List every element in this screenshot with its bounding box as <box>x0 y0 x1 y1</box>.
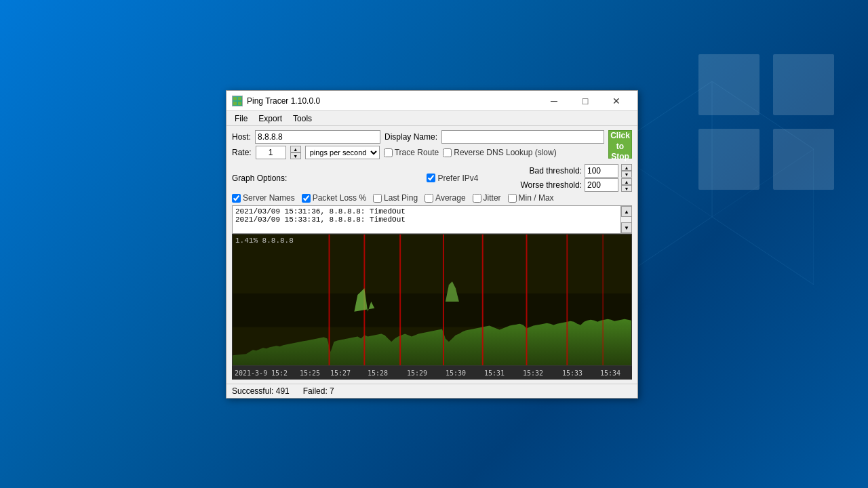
successful-value: 491 <box>276 386 290 396</box>
rate-label: Rate: <box>232 148 252 157</box>
graph-options-label: Graph Options: <box>232 174 287 183</box>
server-names-label[interactable]: Server Names <box>232 193 295 203</box>
log-scrollbar[interactable]: ▲ ▼ <box>621 205 632 234</box>
display-name-input[interactable] <box>441 130 604 144</box>
time-label-6: 15:30 <box>446 369 466 377</box>
time-label-5: 15:29 <box>407 369 427 377</box>
time-label-9: 15:33 <box>562 369 583 377</box>
trace-route-checkbox[interactable] <box>384 148 393 157</box>
svg-rect-14 <box>233 97 237 100</box>
bad-threshold-spinner[interactable]: ▲ ▼ <box>621 164 632 178</box>
close-button[interactable]: ✕ <box>601 91 632 111</box>
worse-spin-down[interactable]: ▼ <box>621 185 632 192</box>
rate-unit-select[interactable]: pings per second pings per minute <box>305 146 380 159</box>
successful-status: Successful: 491 <box>232 386 290 396</box>
scroll-down[interactable]: ▼ <box>621 222 632 233</box>
window-title: Ping Tracer 1.10.0.0 <box>247 96 538 106</box>
reverse-dns-label: Reverse DNS Lookup (slow) <box>454 148 556 157</box>
log-wrapper: 2021/03/09 15:31:36, 8.8.8.8: TimedOut 2… <box>232 205 632 234</box>
graph-svg <box>233 235 631 365</box>
bad-threshold-row: Bad threshold: ▲ ▼ <box>530 164 632 178</box>
app-window: Ping Tracer 1.10.0.0 ─ □ ✕ File Export T… <box>226 90 638 399</box>
scroll-up[interactable]: ▲ <box>621 206 632 217</box>
min-max-label[interactable]: Min / Max <box>508 193 554 203</box>
server-names-checkbox[interactable] <box>232 194 241 203</box>
rate-spinner[interactable]: ▲ ▼ <box>290 146 301 159</box>
worse-threshold-input[interactable] <box>585 178 618 192</box>
trace-route-label: Trace Route <box>395 148 439 157</box>
time-label-2: 15:25 <box>300 369 320 377</box>
menu-export[interactable]: Export <box>253 113 288 124</box>
min-max-checkbox[interactable] <box>508 194 517 203</box>
graph-options-section: Graph Options: Prefer IPv4 Bad threshold… <box>232 164 632 192</box>
prefer-ipv4-checkbox-label[interactable]: Prefer IPv4 <box>427 174 478 183</box>
title-bar-buttons: ─ □ ✕ <box>538 91 632 111</box>
failed-label: Failed: <box>303 386 328 396</box>
menu-bar: File Export Tools <box>226 111 637 126</box>
prefer-ipv4-label: Prefer IPv4 <box>437 174 478 183</box>
log-container: 2021/03/09 15:31:36, 8.8.8.8: TimedOut 2… <box>232 205 632 234</box>
minimize-button[interactable]: ─ <box>538 91 570 111</box>
packet-loss-checkbox[interactable] <box>302 194 311 203</box>
prefer-ipv4-checkbox[interactable] <box>427 174 435 182</box>
trace-route-checkbox-label[interactable]: Trace Route <box>384 148 439 157</box>
rate-input[interactable] <box>256 146 286 159</box>
failed-value: 7 <box>330 386 334 396</box>
average-label[interactable]: Average <box>425 193 465 203</box>
menu-tools[interactable]: Tools <box>288 113 317 124</box>
reverse-dns-checkbox[interactable] <box>443 148 452 157</box>
svg-rect-10 <box>698 54 760 115</box>
bad-threshold-label: Bad threshold: <box>530 166 582 176</box>
host-input[interactable] <box>255 130 380 144</box>
menu-file[interactable]: File <box>229 113 253 124</box>
failed-status: Failed: 7 <box>303 386 334 396</box>
host-row: Host: Display Name: <box>232 130 604 144</box>
time-label-7: 15:31 <box>484 369 505 377</box>
display-name-label: Display Name: <box>384 132 437 142</box>
host-label: Host: <box>232 132 251 142</box>
graph-options-left: Graph Options: Prefer IPv4 <box>232 174 478 183</box>
worse-threshold-spinner[interactable]: ▲ ▼ <box>621 178 632 192</box>
worse-threshold-label: Worse threshold: <box>521 180 583 190</box>
graph-container: 1.41% 8.8.8.8 <box>232 234 632 366</box>
svg-rect-17 <box>238 102 241 105</box>
time-label-10: 15:34 <box>600 369 620 377</box>
time-label-1: 15:2 <box>271 369 288 377</box>
log-line-1: 2021/03/09 15:31:36, 8.8.8.8: TimedOut <box>235 207 618 216</box>
graph-stat-label: 1.41% 8.8.8.8 <box>235 237 294 245</box>
worse-threshold-row: Worse threshold: ▲ ▼ <box>521 178 633 192</box>
time-label-4: 15:28 <box>368 369 388 377</box>
app-icon <box>232 96 243 106</box>
left-controls: Host: Display Name: Rate: ▲ ▼ pings per … <box>232 130 604 162</box>
packet-loss-label[interactable]: Packet Loss % <box>302 193 366 203</box>
jitter-label[interactable]: Jitter <box>473 193 501 203</box>
bad-spin-up[interactable]: ▲ <box>621 164 632 171</box>
click-stop-button[interactable]: Click to Stop <box>608 130 632 159</box>
status-bar: Successful: 491 Failed: 7 <box>226 384 637 398</box>
title-bar: Ping Tracer 1.10.0.0 ─ □ ✕ <box>226 91 637 111</box>
rate-row: Rate: ▲ ▼ pings per second pings per min… <box>232 146 604 159</box>
svg-rect-11 <box>773 54 834 115</box>
svg-rect-13 <box>773 129 834 190</box>
bad-spin-down[interactable]: ▼ <box>621 171 632 178</box>
date-label: 2021-3-9 <box>235 369 267 377</box>
log-line-2: 2021/03/09 15:33:31, 8.8.8.8: TimedOut <box>235 216 618 224</box>
threshold-section: Bad threshold: ▲ ▼ Worse threshold: ▲ ▼ <box>521 164 633 192</box>
svg-rect-12 <box>698 129 760 190</box>
svg-rect-15 <box>238 97 241 100</box>
successful-label: Successful: <box>232 386 273 396</box>
spin-down[interactable]: ▼ <box>290 152 301 159</box>
reverse-dns-checkbox-label[interactable]: Reverse DNS Lookup (slow) <box>443 148 556 157</box>
content-area: Host: Display Name: Rate: ▲ ▼ pings per … <box>226 126 637 384</box>
spin-up[interactable]: ▲ <box>290 146 301 152</box>
last-ping-checkbox[interactable] <box>373 194 382 203</box>
average-checkbox[interactable] <box>425 194 433 203</box>
svg-rect-16 <box>233 102 237 105</box>
checkbox-row: Server Names Packet Loss % Last Ping Ave… <box>232 193 632 203</box>
maximize-button[interactable]: □ <box>570 91 601 111</box>
log-area[interactable]: 2021/03/09 15:31:36, 8.8.8.8: TimedOut 2… <box>232 205 621 234</box>
jitter-checkbox[interactable] <box>473 194 481 203</box>
bad-threshold-input[interactable] <box>585 164 618 178</box>
last-ping-label[interactable]: Last Ping <box>373 193 418 203</box>
worse-spin-up[interactable]: ▲ <box>621 178 632 185</box>
